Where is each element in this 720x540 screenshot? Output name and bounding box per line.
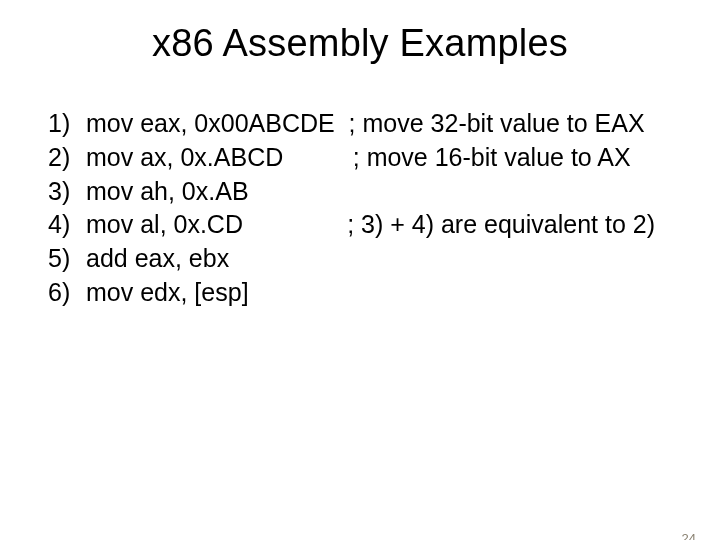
list-item: 6) mov edx, [esp] xyxy=(48,276,680,310)
item-text: mov ax, 0x.ABCD ; move 16-bit value to A… xyxy=(86,141,631,175)
list-item: 3) mov ah, 0x.AB xyxy=(48,175,680,209)
slide: x86 Assembly Examples 1) mov eax, 0x00AB… xyxy=(0,22,720,540)
list-item: 2) mov ax, 0x.ABCD ; move 16-bit value t… xyxy=(48,141,680,175)
list-item: 4) mov al, 0x.CD ; 3) + 4) are equivalen… xyxy=(48,208,680,242)
item-number: 1) xyxy=(48,107,86,141)
item-number: 3) xyxy=(48,175,86,209)
item-number: 2) xyxy=(48,141,86,175)
item-text: mov edx, [esp] xyxy=(86,276,249,310)
example-list: 1) mov eax, 0x00ABCDE ; move 32-bit valu… xyxy=(0,107,720,310)
list-item: 5) add eax, ebx xyxy=(48,242,680,276)
page-number: 24 xyxy=(682,531,696,540)
item-text: mov eax, 0x00ABCDE ; move 32-bit value t… xyxy=(86,107,645,141)
item-text: mov al, 0x.CD ; 3) + 4) are equivalent t… xyxy=(86,208,655,242)
item-number: 6) xyxy=(48,276,86,310)
item-text: mov ah, 0x.AB xyxy=(86,175,249,209)
slide-title: x86 Assembly Examples xyxy=(0,22,720,65)
list-item: 1) mov eax, 0x00ABCDE ; move 32-bit valu… xyxy=(48,107,680,141)
item-text: add eax, ebx xyxy=(86,242,229,276)
item-number: 4) xyxy=(48,208,86,242)
item-number: 5) xyxy=(48,242,86,276)
